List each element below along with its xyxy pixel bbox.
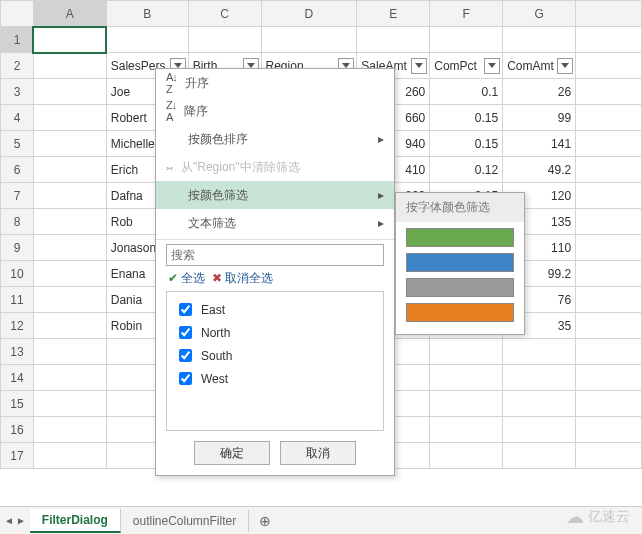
filter-item[interactable]: West bbox=[175, 367, 375, 390]
cell[interactable] bbox=[33, 235, 106, 261]
cell[interactable] bbox=[503, 27, 576, 53]
filter-button[interactable] bbox=[411, 58, 427, 74]
cell[interactable] bbox=[33, 391, 106, 417]
row-header[interactable]: 7 bbox=[1, 183, 34, 209]
cell[interactable] bbox=[576, 313, 642, 339]
row-header[interactable]: 15 bbox=[1, 391, 34, 417]
cell[interactable]: 0.1 bbox=[430, 79, 503, 105]
cell[interactable] bbox=[106, 27, 188, 53]
cell-A1[interactable] bbox=[33, 27, 106, 53]
cell[interactable]: 26 bbox=[503, 79, 576, 105]
row-header-2[interactable]: 2 bbox=[1, 53, 34, 79]
cell[interactable]: 49.2 bbox=[503, 157, 576, 183]
ok-button[interactable]: 确定 bbox=[194, 441, 270, 465]
sort-desc[interactable]: Z↓A 降序 bbox=[156, 97, 394, 125]
filter-item[interactable]: South bbox=[175, 344, 375, 367]
cell[interactable] bbox=[503, 417, 576, 443]
cell[interactable] bbox=[357, 27, 430, 53]
row-header[interactable]: 11 bbox=[1, 287, 34, 313]
sort-asc[interactable]: A↓Z 升序 bbox=[156, 69, 394, 97]
cell[interactable] bbox=[576, 183, 642, 209]
color-swatch-gray[interactable] bbox=[406, 278, 514, 297]
row-header[interactable]: 4 bbox=[1, 105, 34, 131]
search-input[interactable] bbox=[166, 244, 384, 266]
header-comamt[interactable]: ComAmt bbox=[503, 53, 576, 79]
cell[interactable] bbox=[576, 287, 642, 313]
select-all-link[interactable]: 全选 bbox=[181, 271, 205, 285]
cell[interactable] bbox=[576, 443, 642, 469]
cell[interactable] bbox=[430, 417, 503, 443]
row-header[interactable]: 13 bbox=[1, 339, 34, 365]
cell[interactable] bbox=[33, 261, 106, 287]
sort-by-color[interactable]: 按颜色排序 ▸ bbox=[156, 125, 394, 153]
tab-nav[interactable]: ◄► bbox=[0, 515, 30, 526]
color-swatch-orange[interactable] bbox=[406, 303, 514, 322]
cell[interactable] bbox=[503, 443, 576, 469]
cell[interactable] bbox=[33, 365, 106, 391]
checkbox[interactable] bbox=[179, 372, 192, 385]
checkbox[interactable] bbox=[179, 303, 192, 316]
cell[interactable] bbox=[33, 209, 106, 235]
cell[interactable] bbox=[576, 261, 642, 287]
deselect-all-link[interactable]: 取消全选 bbox=[225, 271, 273, 285]
row-header-1[interactable]: 1 bbox=[1, 27, 34, 53]
row-header[interactable]: 14 bbox=[1, 365, 34, 391]
cell[interactable] bbox=[503, 391, 576, 417]
cell[interactable]: 0.15 bbox=[430, 131, 503, 157]
cell[interactable] bbox=[576, 105, 642, 131]
cell[interactable] bbox=[33, 53, 106, 79]
cell[interactable] bbox=[576, 53, 642, 79]
cell[interactable] bbox=[576, 27, 642, 53]
cell[interactable] bbox=[576, 79, 642, 105]
col-header-F[interactable]: F bbox=[430, 1, 503, 27]
checkbox[interactable] bbox=[179, 349, 192, 362]
row-header[interactable]: 10 bbox=[1, 261, 34, 287]
cell[interactable] bbox=[576, 417, 642, 443]
cell[interactable] bbox=[430, 365, 503, 391]
cell[interactable] bbox=[576, 339, 642, 365]
row-header[interactable]: 3 bbox=[1, 79, 34, 105]
row-header[interactable]: 8 bbox=[1, 209, 34, 235]
col-header-A[interactable]: A bbox=[33, 1, 106, 27]
cell[interactable]: 0.15 bbox=[430, 105, 503, 131]
col-header-D[interactable]: D bbox=[261, 1, 357, 27]
cell[interactable] bbox=[576, 131, 642, 157]
cell[interactable] bbox=[33, 287, 106, 313]
row-header[interactable]: 16 bbox=[1, 417, 34, 443]
cell[interactable] bbox=[33, 443, 106, 469]
cell[interactable]: 99 bbox=[503, 105, 576, 131]
col-header-B[interactable]: B bbox=[106, 1, 188, 27]
cell[interactable]: 141 bbox=[503, 131, 576, 157]
cell[interactable] bbox=[33, 105, 106, 131]
cell[interactable] bbox=[430, 443, 503, 469]
cell[interactable] bbox=[576, 209, 642, 235]
cell[interactable] bbox=[430, 27, 503, 53]
filter-button[interactable] bbox=[484, 58, 500, 74]
row-header[interactable]: 17 bbox=[1, 443, 34, 469]
cell[interactable] bbox=[576, 235, 642, 261]
header-compct[interactable]: ComPct bbox=[430, 53, 503, 79]
col-header-E[interactable]: E bbox=[357, 1, 430, 27]
color-swatch-green[interactable] bbox=[406, 228, 514, 247]
filter-item[interactable]: East bbox=[175, 298, 375, 321]
filter-item[interactable]: North bbox=[175, 321, 375, 344]
cell[interactable] bbox=[503, 365, 576, 391]
row-header[interactable]: 9 bbox=[1, 235, 34, 261]
cell[interactable] bbox=[33, 313, 106, 339]
sheet-tab-active[interactable]: FilterDialog bbox=[30, 509, 121, 533]
col-header-G[interactable]: G bbox=[503, 1, 576, 27]
text-filter[interactable]: 文本筛选 ▸ bbox=[156, 209, 394, 237]
cell[interactable] bbox=[33, 131, 106, 157]
nav-prev-icon[interactable]: ◄ bbox=[4, 515, 14, 526]
cell[interactable] bbox=[576, 365, 642, 391]
filter-button[interactable] bbox=[557, 58, 573, 74]
row-header[interactable]: 12 bbox=[1, 313, 34, 339]
checkbox[interactable] bbox=[179, 326, 192, 339]
sheet-tab[interactable]: outlineColumnFilter bbox=[121, 510, 249, 532]
filter-by-color[interactable]: 按颜色筛选 ▸ bbox=[156, 181, 394, 209]
cancel-button[interactable]: 取消 bbox=[280, 441, 356, 465]
cell[interactable] bbox=[430, 391, 503, 417]
cell[interactable] bbox=[33, 417, 106, 443]
cell[interactable] bbox=[576, 391, 642, 417]
cell[interactable]: 0.12 bbox=[430, 157, 503, 183]
